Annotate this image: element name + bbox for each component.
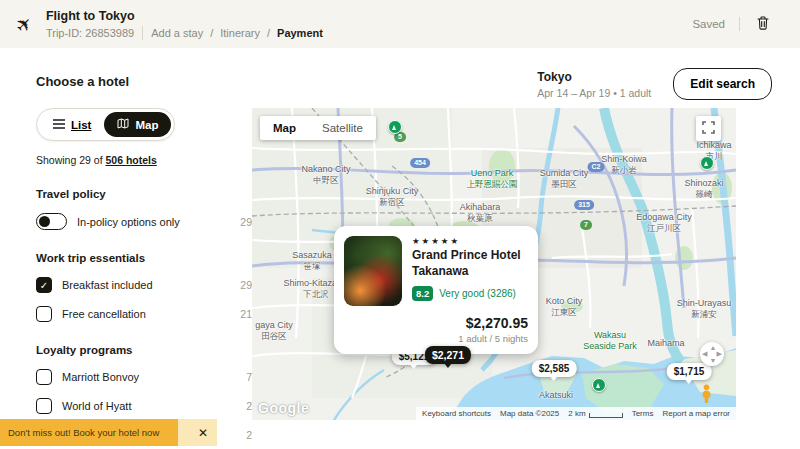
route-shield: 315 [574, 200, 594, 210]
marriott-label: Marriott Bonvoy [62, 371, 246, 383]
fullscreen-icon [702, 121, 715, 137]
map[interactable]: 5 454 C2 315 7 Nakano City中野区 Shinjuku C… [252, 108, 736, 420]
free-cancellation-checkbox[interactable] [36, 306, 52, 322]
airplane-icon: ✈ [12, 12, 37, 37]
pegman-icon[interactable] [700, 384, 713, 408]
hilton-count: 2 [246, 429, 252, 441]
hotel-card[interactable]: ★★★★★ Grand Prince Hotel Takanawa 8.2 Ve… [334, 226, 538, 354]
free-cancellation-label: Free cancellation [62, 308, 240, 320]
route-shield: 7 [580, 220, 592, 230]
hyatt-filter-row: World of Hyatt 2 [36, 398, 252, 414]
poi-marker-icon[interactable] [592, 378, 606, 392]
fullscreen-button[interactable] [696, 116, 721, 141]
terms-link[interactable]: Terms [632, 409, 654, 418]
pan-left-icon: ◀ [702, 350, 707, 357]
list-view-button[interactable]: List [40, 113, 104, 137]
trip-title: Flight to Tokyo [46, 9, 323, 23]
hotel-price: $2,270.95 [344, 315, 528, 331]
breakfast-label: Breakfast included [62, 279, 240, 291]
app-header: ✈ Flight to Tokyo Trip-ID: 26853989 Add … [0, 0, 800, 48]
map-type-map-button[interactable]: Map [260, 116, 309, 140]
page-title: Choose a hotel [36, 68, 129, 89]
marriott-filter-row: Marriott Bonvoy 7 [36, 369, 252, 385]
map-type-control: Map Satellite [260, 116, 376, 140]
promo-banner: Don't miss out! Book your hotel now ✕ [0, 419, 217, 446]
in-policy-filter-row: In-policy options only 29 [36, 213, 252, 230]
breadcrumb-payment[interactable]: Payment [277, 27, 323, 39]
map-type-satellite-button[interactable]: Satellite [309, 116, 376, 140]
trip-id: Trip-ID: 26853989 [46, 27, 134, 39]
keyboard-shortcuts-link[interactable]: Keyboard shortcuts [422, 409, 491, 418]
list-icon [53, 119, 65, 131]
results-count-text: Showing 29 of [36, 154, 105, 166]
toggle-knob [39, 216, 50, 227]
in-policy-label: In-policy options only [77, 216, 240, 228]
promo-text: Don't miss out! Book your hotel now [8, 427, 159, 438]
divider [142, 26, 143, 40]
star-rating: ★★★★★ [412, 236, 528, 246]
breadcrumb-separator: / [210, 27, 213, 39]
price-pin[interactable]: $2,585 [532, 360, 577, 377]
route-shield: C2 [588, 162, 605, 172]
map-data-label: Map data ©2025 [500, 409, 559, 418]
destination-label: Tokyo [537, 70, 651, 84]
in-policy-toggle[interactable] [36, 213, 67, 230]
delete-trip-button[interactable] [754, 13, 772, 36]
scale-bar [589, 413, 623, 418]
results-summary: Showing 29 of 506 hotels [36, 154, 252, 166]
hotel-photo [344, 236, 402, 306]
google-logo: Google [258, 400, 309, 416]
reviews-label: Very good (3286) [439, 288, 516, 299]
work-trip-heading: Work trip essentials [36, 252, 252, 264]
saved-status: Saved [692, 18, 725, 30]
map-scale: 2 km [568, 409, 622, 418]
breadcrumb-itinerary[interactable]: Itinerary [220, 27, 260, 39]
results-count-link[interactable]: 506 hotels [105, 154, 156, 166]
pan-right-icon: ▶ [717, 350, 722, 357]
map-view-button[interactable]: Map [104, 112, 171, 137]
travel-policy-heading: Travel policy [36, 188, 252, 200]
price-pin[interactable]: $1,715 [667, 363, 712, 380]
report-error-link[interactable]: Report a map error [662, 409, 730, 418]
dates-summary: Apr 14 – Apr 19 • 1 adult [537, 87, 651, 99]
loyalty-heading: Loyalty programs [36, 344, 252, 356]
divider [739, 17, 740, 31]
filters-sidebar: List Map Showing 29 of 506 hotels Travel… [0, 108, 252, 449]
route-shield: 454 [410, 158, 430, 168]
breakfast-count: 29 [240, 279, 252, 291]
poi-marker-icon[interactable] [388, 120, 402, 134]
marriott-checkbox[interactable] [36, 369, 52, 385]
view-toggle: List Map [36, 108, 175, 141]
close-icon[interactable]: ✕ [198, 426, 208, 440]
breakfast-checkbox[interactable]: ✓ [36, 277, 52, 293]
hotel-name: Grand Prince Hotel Takanawa [412, 248, 528, 279]
pan-control[interactable]: ▲ ▼ ◀ ▶ [700, 342, 724, 366]
poi-marker-icon[interactable] [700, 156, 714, 170]
page: ✈ Flight to Tokyo Trip-ID: 26853989 Add … [0, 0, 800, 449]
list-view-label: List [71, 119, 91, 131]
in-policy-count: 29 [240, 216, 252, 228]
breadcrumb-add-a-stay[interactable]: Add a stay [151, 27, 203, 39]
map-icon [117, 118, 129, 131]
edit-search-button[interactable]: Edit search [673, 68, 772, 100]
breadcrumb-separator: / [267, 27, 270, 39]
trash-icon [756, 15, 770, 34]
rating-badge: 8.2 [412, 286, 433, 301]
price-pin-selected[interactable]: $2,271 [425, 346, 471, 364]
pan-up-icon: ▲ [710, 344, 717, 351]
breakfast-filter-row: ✓ Breakfast included 29 [36, 277, 252, 293]
map-attribution: Keyboard shortcuts Map data ©2025 2 km T… [416, 407, 736, 420]
pan-down-icon: ▼ [710, 357, 717, 364]
map-view-label: Map [135, 119, 158, 131]
free-cancellation-filter-row: Free cancellation 21 [36, 306, 252, 322]
free-cancellation-count: 21 [240, 308, 252, 320]
page-toolbar: Choose a hotel Tokyo Apr 14 – Apr 19 • 1… [0, 48, 800, 108]
hyatt-label: World of Hyatt [62, 400, 246, 412]
stay-summary: 1 adult / 5 nights [344, 333, 528, 344]
breadcrumb: Add a stay / Itinerary / Payment [151, 27, 323, 39]
hyatt-checkbox[interactable] [36, 398, 52, 414]
